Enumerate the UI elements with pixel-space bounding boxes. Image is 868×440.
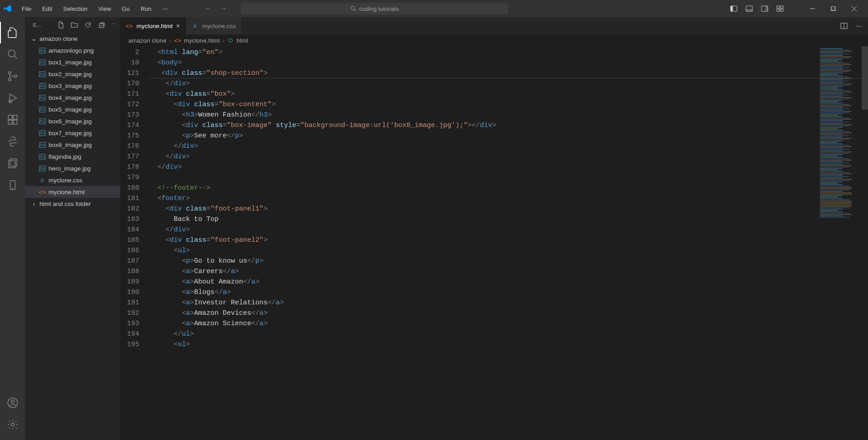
activity-run-debug-icon[interactable] [0,87,25,109]
folder-root[interactable]: ⌄ amazon clone [25,33,120,44]
chevron-right-icon: › [169,37,171,44]
file-item[interactable]: #myclone.css [25,174,120,186]
folder-label: html and css folder [39,200,91,207]
file-item[interactable]: box3_image.jpg [25,80,120,92]
activity-files-icon[interactable] [0,152,25,174]
file-name: box2_image.jpg [49,71,92,78]
folder-html-css[interactable]: › html and css folder [25,198,120,210]
svg-point-47 [40,108,41,109]
svg-rect-24 [8,120,12,124]
collapse-all-icon[interactable] [98,21,105,29]
scrollbar-thumb[interactable] [862,46,868,110]
breadcrumb[interactable]: amazon clone › <> myclone.html › html [120,34,868,46]
file-item[interactable]: box1_image.jpg [25,56,120,68]
nav-back-icon[interactable]: ← [205,5,212,13]
file-item[interactable]: flagindia.jpg [25,151,120,162]
tab-myclone-html[interactable]: <> myclone.html × [120,17,186,34]
svg-rect-9 [780,6,783,8]
menu-file[interactable]: File [17,4,36,14]
refresh-icon[interactable] [84,21,92,29]
toggle-panel-icon[interactable] [746,5,753,12]
menu-more-icon[interactable]: ⋯ [158,4,173,14]
breadcrumb-part[interactable]: myclone.html [184,37,220,44]
tab-label: myclone.html [137,23,173,29]
file-item[interactable]: box7_image.jpg [25,127,120,139]
file-item[interactable]: <>myclone.html [25,186,120,198]
tab-label: myclone.css [202,23,236,29]
activity-explorer-icon[interactable] [0,22,25,44]
menu-bar: File Edit Selection View Go Run ⋯ [17,4,173,14]
activity-settings-icon[interactable] [0,414,25,435]
svg-rect-13 [831,6,835,10]
file-name: box7_image.jpg [49,130,92,137]
file-name: box5_image.jpg [49,106,92,113]
code-editor[interactable]: <html lang="en"> <body> <div class="shop… [149,46,868,440]
file-item[interactable]: hero_image.jpg [25,162,120,174]
image-file-icon [39,59,46,66]
image-file-icon [39,94,46,101]
more-actions-icon[interactable]: ⋯ [112,21,117,29]
editor-tabs: <> myclone.html × # myclone.css ⋯ [120,17,868,34]
chevron-right-icon: › [223,37,225,44]
more-editor-actions-icon[interactable]: ⋯ [856,23,862,29]
window-controls [802,0,864,17]
breadcrumb-part[interactable]: html [236,37,248,44]
search-icon [350,5,356,12]
activity-accounts-icon[interactable] [0,392,25,414]
activity-search-icon[interactable] [0,44,25,65]
file-item[interactable]: box8_image.jpg [25,139,120,151]
tab-close-icon[interactable]: × [176,22,180,29]
symbol-icon [227,37,234,44]
minimize-button[interactable] [802,0,823,17]
split-editor-icon[interactable] [840,22,848,29]
menu-run[interactable]: Run [136,4,156,14]
image-file-icon [39,130,46,137]
svg-rect-14 [832,6,836,10]
title-bar: File Edit Selection View Go Run ⋯ ← → co… [0,0,868,17]
activity-bar [0,17,25,440]
svg-point-39 [40,61,41,62]
activity-device-icon[interactable] [0,174,25,196]
svg-rect-23 [8,115,12,119]
css-file-icon: # [39,177,46,184]
new-file-icon[interactable] [57,21,64,29]
file-name: hero_image.jpg [49,165,91,172]
editor-area: <> myclone.html × # myclone.css ⋯ amazon… [120,17,868,440]
command-center[interactable]: coding tutorials [241,3,508,15]
svg-point-53 [40,143,41,144]
file-item[interactable]: box5_image.jpg [25,103,120,115]
customize-layout-icon[interactable] [776,5,784,12]
file-item[interactable]: box4_image.jpg [25,92,120,103]
activity-python-icon[interactable] [0,131,25,152]
menu-edit[interactable]: Edit [38,4,57,14]
menu-view[interactable]: View [94,4,116,14]
activity-source-control-icon[interactable] [0,65,25,87]
file-name: box8_image.jpg [49,142,92,148]
menu-selection[interactable]: Selection [59,4,92,14]
nav-forward-icon[interactable]: → [220,5,227,13]
explorer-title: E… [33,22,41,28]
svg-point-0 [351,6,355,10]
file-item[interactable]: amazonlogo.png [25,44,120,56]
toggle-sidebar-right-icon[interactable] [761,5,768,12]
minimap[interactable] [816,46,862,440]
image-file-icon [39,165,46,172]
new-folder-icon[interactable] [71,21,78,29]
file-item[interactable]: box2_image.jpg [25,68,120,80]
vertical-scrollbar[interactable] [862,46,868,440]
close-button[interactable] [844,0,864,17]
svg-rect-7 [766,6,768,11]
breadcrumb-part[interactable]: amazon clone [128,37,166,44]
menu-go[interactable]: Go [117,4,134,14]
svg-rect-3 [731,6,733,11]
toggle-sidebar-left-icon[interactable] [730,5,737,12]
activity-extensions-icon[interactable] [0,109,25,131]
svg-point-45 [40,96,41,97]
html-file-icon: <> [126,23,133,29]
svg-point-19 [8,72,10,74]
file-name: box1_image.jpg [49,59,92,66]
maximize-button[interactable] [823,0,844,17]
file-item[interactable]: box6_image.jpg [25,115,120,127]
tab-myclone-css[interactable]: # myclone.css [186,17,242,34]
chevron-down-icon: ⌄ [31,35,37,42]
